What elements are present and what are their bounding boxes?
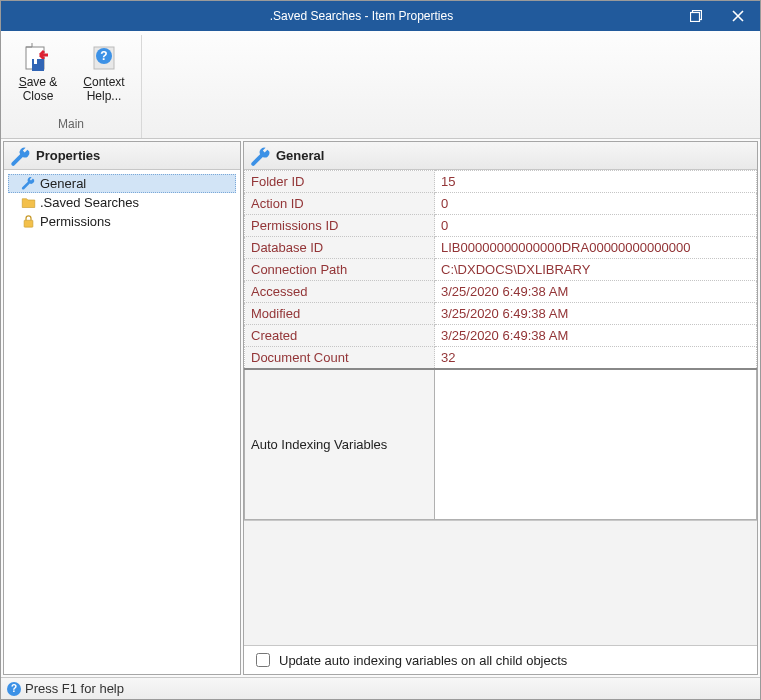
context-help-button[interactable]: ? ContextHelp...: [77, 37, 131, 107]
prop-label: Accessed: [245, 281, 435, 303]
table-row: Connection PathC:\DXDOCS\DXLIBRARY: [245, 259, 757, 281]
prop-value: 0: [435, 193, 757, 215]
svg-rect-1: [691, 13, 700, 22]
tree-item-label: General: [40, 176, 86, 191]
wrench-icon: [250, 146, 270, 166]
tree-item-saved-searches[interactable]: .Saved Searches: [8, 193, 236, 212]
table-row: Database IDLIB00000000000000DRA000000000…: [245, 237, 757, 259]
save-close-label: Save &Close: [19, 76, 58, 104]
right-panel: General Folder ID15 Action ID0 Permissio…: [243, 141, 758, 675]
auto-index-label: Auto Indexing Variables: [245, 369, 435, 519]
help-icon: ?: [87, 40, 121, 74]
prop-value: C:\DXDOCS\DXLIBRARY: [435, 259, 757, 281]
table-row: Modified3/25/2020 6:49:38 AM: [245, 303, 757, 325]
close-button[interactable]: [724, 2, 752, 30]
prop-label: Connection Path: [245, 259, 435, 281]
wrench-icon: [20, 176, 36, 192]
update-children-row: Update auto indexing variables on all ch…: [244, 646, 757, 674]
tree-item-label: Permissions: [40, 214, 111, 229]
properties-header: Properties: [4, 142, 240, 170]
prop-label: Action ID: [245, 193, 435, 215]
titlebar: .Saved Searches - Item Properties: [1, 1, 760, 31]
properties-tree: General .Saved Searches Permissions: [4, 170, 240, 235]
restore-button[interactable]: [682, 2, 710, 30]
prop-label: Document Count: [245, 347, 435, 370]
update-children-label: Update auto indexing variables on all ch…: [279, 653, 567, 668]
svg-rect-3: [32, 59, 44, 71]
prop-value: 0: [435, 215, 757, 237]
svg-rect-8: [24, 220, 33, 227]
auto-index-value[interactable]: [435, 369, 757, 519]
svg-text:?: ?: [100, 49, 107, 63]
table-row: Document Count32: [245, 347, 757, 370]
table-row: Folder ID15: [245, 171, 757, 193]
context-help-label: ContextHelp...: [83, 76, 124, 104]
ribbon-group-main: Save &Close ? ContextHelp... Main: [9, 35, 142, 138]
tree-item-general[interactable]: General: [8, 174, 236, 193]
auto-index-row: Auto Indexing Variables: [245, 369, 757, 519]
window-title: .Saved Searches - Item Properties: [41, 9, 682, 23]
statusbar: ? Press F1 for help: [1, 677, 760, 699]
prop-value: 3/25/2020 6:49:38 AM: [435, 325, 757, 347]
general-header-label: General: [276, 148, 324, 163]
lock-icon: [20, 214, 36, 230]
table-row: Permissions ID0: [245, 215, 757, 237]
prop-value: 32: [435, 347, 757, 370]
prop-label: Database ID: [245, 237, 435, 259]
prop-label: Modified: [245, 303, 435, 325]
window: .Saved Searches - Item Properties: [0, 0, 761, 700]
prop-value: 15: [435, 171, 757, 193]
prop-label: Permissions ID: [245, 215, 435, 237]
prop-value: 3/25/2020 6:49:38 AM: [435, 281, 757, 303]
properties-table: Folder ID15 Action ID0 Permissions ID0 D…: [244, 170, 757, 520]
properties-header-label: Properties: [36, 148, 100, 163]
body: Properties General .Saved Searches: [1, 139, 760, 677]
prop-value: 3/25/2020 6:49:38 AM: [435, 303, 757, 325]
prop-label: Folder ID: [245, 171, 435, 193]
prop-label: Created: [245, 325, 435, 347]
wrench-icon: [10, 146, 30, 166]
svg-rect-4: [34, 59, 37, 64]
table-row: Accessed3/25/2020 6:49:38 AM: [245, 281, 757, 303]
left-panel: Properties General .Saved Searches: [3, 141, 241, 675]
save-icon: [21, 40, 55, 74]
prop-value: LIB00000000000000DRA00000000000000: [435, 237, 757, 259]
spacer: [244, 520, 757, 647]
general-header: General: [244, 142, 757, 170]
folder-icon: [20, 195, 36, 211]
table-row: Action ID0: [245, 193, 757, 215]
ribbon-group-label: Main: [11, 115, 131, 133]
tree-item-permissions[interactable]: Permissions: [8, 212, 236, 231]
save-close-button[interactable]: Save &Close: [11, 37, 65, 107]
help-dot-icon: ?: [7, 682, 21, 696]
table-row: Created3/25/2020 6:49:38 AM: [245, 325, 757, 347]
status-text: Press F1 for help: [25, 681, 124, 696]
ribbon: Save &Close ? ContextHelp... Main: [1, 31, 760, 139]
tree-item-label: .Saved Searches: [40, 195, 139, 210]
update-children-checkbox[interactable]: [256, 653, 270, 667]
